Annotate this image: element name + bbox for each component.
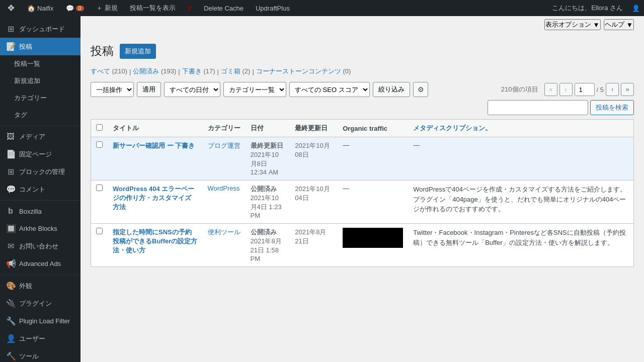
sidebar-item-categories[interactable]: カテゴリー — [0, 89, 80, 107]
filter-draft-link[interactable]: 下書き (17) — [182, 67, 215, 76]
add-new-button[interactable]: 新規追加 — [120, 44, 156, 59]
row3-checkbox — [91, 224, 108, 267]
sidebar-item-tags[interactable]: タグ — [0, 107, 80, 124]
arkhe-icon: 🔲 — [6, 224, 15, 233]
boxzilla-icon: b — [6, 207, 15, 216]
last-page-button[interactable]: » — [621, 83, 634, 96]
user-avatar[interactable]: 👤 — [632, 5, 640, 12]
prev-page-button[interactable]: ‹ — [559, 83, 573, 96]
sidebar-item-new-post[interactable]: 新規追加 — [0, 72, 80, 89]
sidebar-item-posts-list[interactable]: 投稿一覧 — [0, 55, 80, 72]
row3-category-link[interactable]: 便利ツール — [208, 228, 240, 236]
row1-checkbox — [91, 137, 108, 180]
row2-meta-cell: WordPressで404ページを作成・カスタマイズする方法をご紹介します。プラ… — [408, 180, 633, 224]
filter-all-link[interactable]: すべて (210) — [91, 67, 127, 76]
page-number-input[interactable] — [575, 83, 595, 96]
table-toolbar: 一括操作 適用 すべての日付 カテゴリー一覧 すべての SEO スコア 絞り込み… — [91, 82, 634, 115]
view-posts-link[interactable]: 投稿一覧を表示 — [127, 0, 179, 16]
sidebar-item-dashboard[interactable]: ⊞ ダッシュボード — [0, 20, 80, 38]
category-filter-select[interactable]: カテゴリー一覧 — [223, 82, 286, 97]
search-input[interactable] — [488, 100, 588, 115]
advanced-ads-icon: 📢 — [6, 259, 15, 268]
sidebar-item-media[interactable]: 🖼 メディア — [0, 128, 80, 145]
row2-category-link[interactable]: WordPress — [208, 185, 240, 192]
row3-title-link[interactable]: 指定した時間にSNSの予約投稿ができるBufferの設定方法・使い方 — [113, 228, 197, 254]
sidebar-item-posts[interactable]: 📝 投稿 — [0, 38, 80, 55]
row2-select-checkbox[interactable] — [96, 185, 103, 191]
col-title[interactable]: タイトル — [108, 120, 203, 137]
select-all-checkbox[interactable] — [96, 124, 103, 131]
posts-table: タイトル カテゴリー 日付 最終更新日 Organic traffic — [91, 119, 634, 267]
comments-link[interactable]: 💬 0 — [63, 0, 87, 16]
sidebar: ⊞ ダッシュボード 📝 投稿 投稿一覧 新規追加 カテゴリー タグ 🖼 メディア… — [0, 16, 80, 362]
settings-button[interactable]: ⚙ — [413, 82, 428, 97]
chevron-down-icon: ▼ — [626, 21, 633, 29]
apply-button[interactable]: 適用 — [137, 82, 161, 97]
row2-checkbox — [91, 180, 108, 224]
wp-logo[interactable]: ❖ — [4, 0, 18, 16]
next-page-button[interactable]: › — [606, 83, 619, 96]
plugins-icon: 🔌 — [6, 299, 15, 308]
search-button[interactable]: 投稿を検索 — [590, 100, 634, 115]
page-title: 投稿 — [91, 43, 114, 59]
sidebar-item-advanced-ads[interactable]: 📢 Advanced Ads — [0, 255, 80, 273]
col-category[interactable]: カテゴリー — [203, 120, 246, 137]
yoast-link[interactable]: Y — [185, 0, 195, 16]
sidebar-item-plugin-load-filter[interactable]: 🔧 Plugin Load Filter — [0, 312, 80, 330]
contact-icon: ✉ — [6, 241, 15, 251]
sidebar-item-comments[interactable]: 💬 コメント — [0, 180, 80, 198]
item-count: 210個の項目 — [501, 85, 538, 94]
sidebar-item-tools[interactable]: 🔨 ツール — [0, 347, 80, 362]
plugin-filter-icon: 🔧 — [6, 316, 15, 326]
row2-title-link[interactable]: WordPress 404 エラーページの作り方・カスタマイズ方法 — [113, 185, 194, 211]
row3-meta-cell: Twitter・Facebook・Instagram・Pinteresなど各SN… — [408, 224, 633, 267]
help-button[interactable]: ヘルプ ▼ — [604, 19, 634, 30]
bulk-action-select[interactable]: 一括操作 — [91, 82, 134, 97]
col-last-modified[interactable]: 最終更新日 — [290, 120, 338, 137]
site-name-link[interactable]: 🏠 Naifix — [24, 0, 57, 16]
seo-filter-select[interactable]: すべての SEO スコア — [289, 82, 370, 97]
filter-published-link[interactable]: 公開済み (193) — [133, 67, 176, 76]
search-box: 投稿を検索 — [488, 100, 634, 115]
sidebar-item-pages[interactable]: 📄 固定ページ — [0, 145, 80, 163]
row1-date-cell: 最終更新日 2021年10月8日 12:34 AM — [246, 137, 290, 180]
col-date[interactable]: 日付 — [246, 120, 290, 137]
row3-select-checkbox[interactable] — [96, 228, 103, 234]
sidebar-item-users[interactable]: 👤 ユーザー — [0, 330, 80, 347]
plus-icon: ＋ — [96, 4, 103, 13]
comments-icon: 💬 — [6, 185, 15, 194]
row3-category-cell: 便利ツール — [203, 224, 246, 267]
greeting-text: こんにちは、Ellora さん — [552, 4, 623, 13]
sidebar-item-appearance[interactable]: 🎨 外観 — [0, 277, 80, 295]
filter-button[interactable]: 絞り込み — [373, 82, 410, 97]
filter-cornerstone-link[interactable]: コーナーストーンコンテンツ (0) — [256, 67, 351, 76]
filter-trash-link[interactable]: ゴミ箱 (2) — [221, 67, 251, 76]
row1-title-link[interactable]: 新サーバー確認用 ー 下書き — [113, 142, 195, 149]
admin-bar: ❖ 🏠 Naifix 💬 0 ＋ 新規 投稿一覧を表示 Y Delete Cac… — [0, 0, 644, 16]
col-checkbox — [91, 120, 108, 137]
delete-cache-link[interactable]: Delete Cache — [201, 0, 247, 16]
sidebar-item-plugins[interactable]: 🔌 プラグイン — [0, 295, 80, 312]
sidebar-item-boxzilla[interactable]: b Boxzilla — [0, 203, 80, 220]
row2-last-modified-cell: 2021年10月04日 — [290, 180, 338, 224]
row3-date-cell: 公開済み 2021年8月21日 1:58 PM — [246, 224, 290, 267]
row3-title-cell: 指定した時間にSNSの予約投稿ができるBufferの設定方法・使い方 — [108, 224, 203, 267]
updraftplus-link[interactable]: UpdraftPlus — [253, 0, 293, 16]
col-meta-desc[interactable]: メタディスクリプション。 — [408, 120, 633, 137]
row1-category-link[interactable]: ブログ運営 — [208, 142, 240, 149]
appearance-icon: 🎨 — [6, 281, 15, 291]
col-organic-traffic[interactable]: Organic traffic — [338, 120, 408, 137]
row1-select-checkbox[interactable] — [96, 141, 103, 148]
table-row: WordPress 404 エラーページの作り方・カスタマイズ方法 WordPr… — [91, 180, 634, 224]
row1-traffic-cell: — — [338, 137, 408, 180]
new-post-link[interactable]: ＋ 新規 — [93, 0, 121, 16]
pagination: 210個の項目 « ‹ / 5 › » — [501, 83, 634, 96]
sidebar-item-blocks[interactable]: ⊞ ブロックの管理 — [0, 163, 80, 180]
sidebar-item-contact[interactable]: ✉ お問い合わせ — [0, 237, 80, 255]
sidebar-item-arkhe[interactable]: 🔲 Arkhe Blocks — [0, 220, 80, 237]
screen-options-button[interactable]: 表示オプション ▼ — [544, 19, 601, 30]
comment-icon: 💬 — [66, 5, 74, 12]
first-page-button[interactable]: « — [544, 83, 557, 96]
row1-last-modified-cell: 2021年10月08日 — [290, 137, 338, 180]
date-filter-select[interactable]: すべての日付 — [164, 82, 220, 97]
